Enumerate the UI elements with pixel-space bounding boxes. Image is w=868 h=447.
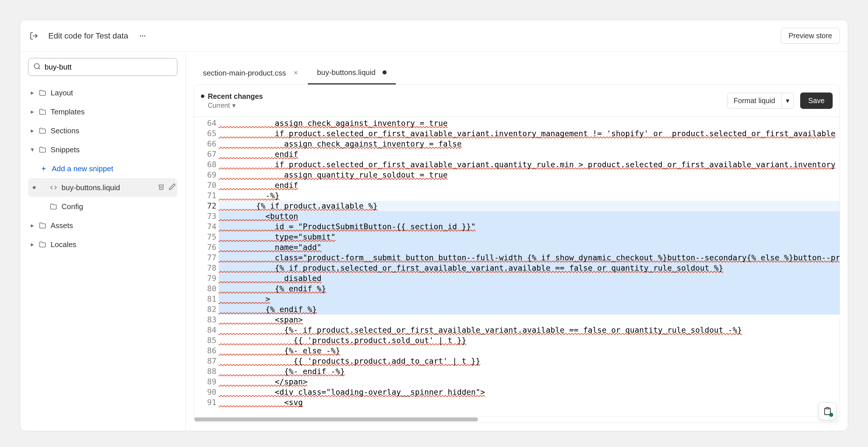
- folder-snippets[interactable]: ▾ Snippets: [28, 140, 177, 159]
- chevron-right-icon: ▸: [28, 222, 36, 229]
- chevron-right-icon: ▸: [28, 108, 36, 116]
- exit-button[interactable]: [28, 30, 40, 42]
- folder-label: Sections: [51, 126, 79, 135]
- chevron-down-icon: ▾: [232, 102, 236, 109]
- page-title: Edit code for Test data: [48, 31, 128, 40]
- folder-label: Layout: [51, 89, 73, 97]
- scroll-thumb[interactable]: [194, 417, 478, 421]
- format-liquid-button[interactable]: Format liquid: [727, 93, 782, 108]
- folder-label: Templates: [51, 107, 85, 116]
- version-selector[interactable]: Current ▾: [208, 102, 263, 109]
- folder-label: Config: [62, 202, 83, 211]
- folder-assets[interactable]: ▸ Assets: [28, 216, 177, 235]
- exit-icon: [30, 32, 38, 40]
- ai-assist-button[interactable]: [818, 402, 836, 420]
- folder-icon: [37, 222, 48, 229]
- search-icon: [33, 63, 41, 71]
- folder-icon: [37, 108, 48, 115]
- add-snippet-button[interactable]: Add a new snippet: [28, 159, 177, 178]
- folder-locales[interactable]: ▸ Locales: [28, 235, 177, 254]
- tab-label: section-main-product.css: [203, 69, 286, 77]
- chevron-down-icon: ▾: [28, 146, 36, 153]
- rename-file-button[interactable]: [169, 183, 176, 192]
- plus-icon: [38, 165, 49, 172]
- folder-layout[interactable]: ▸ Layout: [28, 83, 177, 102]
- trash-icon: [158, 183, 165, 190]
- x-icon: [293, 70, 299, 75]
- tab-label: buy-buttons.liquid: [317, 68, 376, 77]
- save-button[interactable]: Save: [800, 93, 833, 109]
- folder-sections[interactable]: ▸ Sections: [28, 121, 177, 140]
- svg-rect-10: [826, 408, 829, 409]
- svg-point-2: [142, 35, 143, 36]
- delete-file-button[interactable]: [158, 183, 165, 192]
- file-search-input[interactable]: [28, 58, 177, 76]
- editor-toolbar: Recent changes Current ▾ Format liquid ▾…: [194, 85, 840, 117]
- unsaved-dot-icon: [382, 70, 386, 74]
- tab-section-main-product[interactable]: section-main-product.css: [194, 62, 308, 85]
- dots-horizontal-icon: [139, 32, 146, 40]
- file-explorer-sidebar: ▸ Layout ▸ Templates ▸ Sections ▾ Snippe…: [20, 52, 186, 431]
- tab-buy-buttons[interactable]: buy-buttons.liquid: [308, 62, 396, 85]
- resize-handle-icon[interactable]: ⋮⋮: [828, 419, 840, 426]
- chevron-right-icon: ▸: [28, 89, 36, 97]
- folder-icon: [37, 127, 48, 134]
- folder-label: Locales: [51, 240, 76, 249]
- folder-icon: [37, 89, 48, 96]
- chevron-right-icon: ▸: [28, 241, 36, 248]
- svg-point-3: [144, 35, 146, 36]
- folder-icon: [37, 146, 48, 153]
- code-file-icon: [48, 184, 59, 191]
- code-area[interactable]: assign check_against_inventory = true if…: [219, 117, 840, 416]
- folder-icon: [48, 203, 59, 210]
- line-number-gutter: 6465666768697071727374757677787980818283…: [194, 117, 219, 416]
- folder-config[interactable]: Config: [28, 197, 177, 216]
- horizontal-scrollbar[interactable]: [194, 416, 840, 423]
- folder-label: Assets: [51, 221, 73, 230]
- dirty-indicator-icon: [33, 186, 36, 189]
- more-actions-button[interactable]: [136, 29, 150, 43]
- svg-point-1: [140, 35, 141, 36]
- editor-tabs: section-main-product.css buy-buttons.liq…: [194, 62, 840, 85]
- add-snippet-label: Add a new snippet: [52, 164, 113, 173]
- recent-changes-label[interactable]: Recent changes: [201, 92, 263, 100]
- folder-label: Snippets: [51, 146, 80, 154]
- chevron-down-icon: ▾: [786, 97, 789, 104]
- format-dropdown-button[interactable]: ▾: [782, 93, 794, 108]
- file-buy-buttons[interactable]: buy-buttons.liquid: [28, 178, 177, 197]
- close-tab-button[interactable]: [293, 69, 299, 77]
- svg-line-5: [38, 68, 40, 69]
- folder-templates[interactable]: ▸ Templates: [28, 102, 177, 121]
- file-label: buy-buttons.liquid: [62, 183, 120, 192]
- folder-icon: [37, 241, 48, 248]
- pencil-icon: [169, 183, 176, 190]
- badge-dot-icon: [829, 413, 833, 417]
- code-editor[interactable]: 6465666768697071727374757677787980818283…: [194, 117, 840, 416]
- version-label: Current: [208, 102, 230, 109]
- svg-point-4: [34, 63, 39, 68]
- chevron-right-icon: ▸: [28, 127, 36, 134]
- preview-store-button[interactable]: Preview store: [781, 28, 840, 44]
